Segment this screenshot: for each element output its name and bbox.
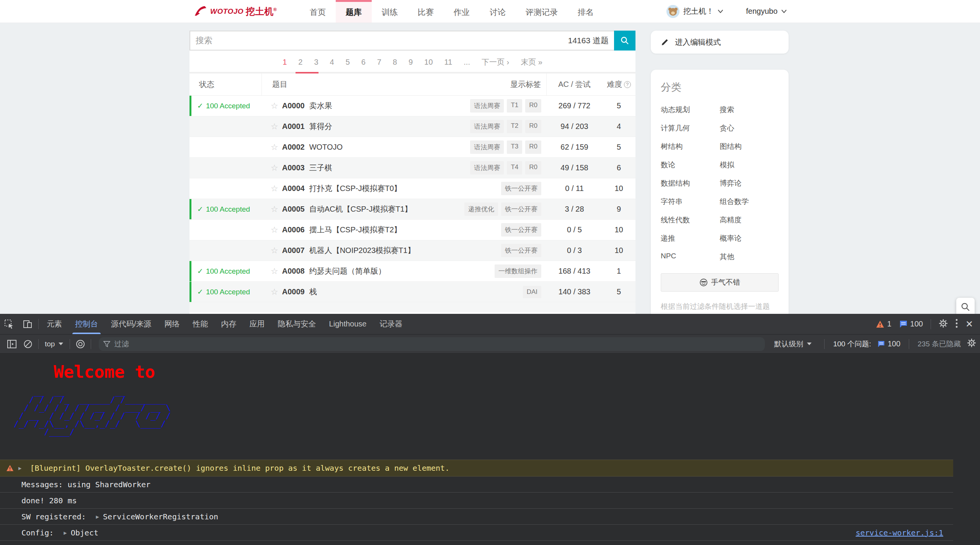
page-link[interactable]: 1	[283, 58, 287, 67]
nav-item[interactable]: 首页	[300, 0, 336, 23]
category-link[interactable]: 线性代数	[661, 215, 720, 225]
javascript-context-select[interactable]: top	[41, 340, 67, 348]
category-link[interactable]: 贪心	[720, 123, 779, 133]
tag-chip[interactable]: T1	[507, 99, 522, 113]
nav-item[interactable]: 训练	[372, 0, 408, 23]
devtools-tab[interactable]: 内存	[215, 314, 243, 334]
category-link[interactable]: 组合数学	[720, 197, 779, 207]
console-messages-badge[interactable]: 100	[899, 320, 923, 328]
floating-search-button[interactable]	[956, 298, 975, 314]
table-row[interactable]: ✓100 Accepted ☆ A0009 栈 DAI 140 / 383 5	[189, 282, 635, 302]
console-filter[interactable]	[99, 337, 765, 351]
table-row[interactable]: ☆ A0004 打扑克【CSP-J模拟赛T0】 铁一公开赛 0 / 11 10	[189, 178, 635, 199]
star-icon[interactable]: ☆	[271, 142, 278, 152]
category-link[interactable]: 动态规划	[661, 105, 720, 115]
feeling-lucky-button[interactable]: 手气不错	[661, 273, 779, 292]
devtools-tab[interactable]: 元素	[40, 314, 69, 334]
tag-chip[interactable]: R0	[525, 120, 541, 133]
star-icon[interactable]: ☆	[271, 225, 278, 235]
table-row[interactable]: ✓100 Accepted ☆ A0005 自动AC机【CSP-J模拟赛T1】 …	[189, 199, 635, 220]
tag-chip[interactable]: R0	[525, 161, 541, 175]
nav-item[interactable]: 评测记录	[516, 0, 568, 23]
console-filter-input[interactable]	[114, 340, 760, 348]
console-settings-button[interactable]	[967, 338, 976, 349]
page-link[interactable]: 4	[330, 58, 334, 67]
object-preview[interactable]: ▶Object	[64, 528, 98, 537]
devtools-tab[interactable]: 隐私与安全	[271, 314, 323, 334]
tag-chip[interactable]: R0	[525, 140, 541, 154]
table-row[interactable]: ☆ A0007 机器人【NOIP2023模拟赛T1】 铁一公开赛 0 / 3 1…	[189, 240, 635, 261]
tag-chip[interactable]: 一维数组操作	[495, 264, 541, 278]
tag-chip[interactable]: 语法周赛	[470, 99, 504, 113]
page-link[interactable]: ...	[464, 58, 470, 67]
devtools-tab[interactable]: 源代码/来源	[105, 314, 158, 334]
tag-chip[interactable]: 铁一公开赛	[501, 223, 541, 237]
nav-item[interactable]: 作业	[444, 0, 480, 23]
object-preview[interactable]: ▶ServiceWorkerRegistration	[96, 512, 218, 521]
page-link[interactable]: 5	[346, 58, 350, 67]
nav-item[interactable]: 排名	[568, 0, 604, 23]
page-link[interactable]: 2	[298, 58, 302, 67]
domain-switcher[interactable]: 挖土机！	[666, 5, 723, 18]
category-link[interactable]: 模拟	[720, 160, 779, 170]
table-row[interactable]: ☆ A0003 三子棋 语法周赛T4R0 49 / 158 6	[189, 158, 635, 178]
star-icon[interactable]: ☆	[271, 163, 278, 173]
nav-item[interactable]: 题库	[336, 0, 372, 23]
devtools-tab[interactable]: 记录器	[373, 314, 409, 334]
log-level-select[interactable]: 默认级别	[770, 339, 816, 349]
tag-chip[interactable]: 铁一公开赛	[501, 182, 541, 195]
console-sidebar-toggle[interactable]	[4, 335, 20, 353]
tag-chip[interactable]: DAI	[523, 286, 541, 298]
page-link[interactable]: 10	[424, 58, 433, 67]
star-icon[interactable]: ☆	[271, 184, 278, 194]
star-icon[interactable]: ☆	[271, 204, 278, 214]
tag-chip[interactable]: R0	[525, 99, 541, 113]
create-live-expression-button[interactable]	[72, 335, 88, 353]
clear-console-button[interactable]	[20, 335, 36, 353]
category-link[interactable]: 数论	[661, 160, 720, 170]
star-icon[interactable]: ☆	[271, 101, 278, 111]
star-icon[interactable]: ☆	[271, 287, 278, 297]
inspect-element-button[interactable]	[0, 314, 18, 334]
devtools-close-button[interactable]: ✕	[965, 319, 973, 330]
site-logo[interactable]: WOTOJO 挖土机®	[193, 0, 277, 23]
category-link[interactable]: 图结构	[720, 142, 779, 152]
category-link[interactable]: 其他	[720, 252, 779, 262]
devtools-tab[interactable]: 应用	[243, 314, 271, 334]
search-button[interactable]	[614, 31, 635, 51]
tag-chip[interactable]: T2	[507, 120, 522, 133]
category-link[interactable]: 博弈论	[720, 178, 779, 188]
page-link[interactable]: 8	[393, 58, 397, 67]
console-warnings-badge[interactable]: 1	[876, 320, 891, 328]
tag-chip[interactable]: T3	[507, 140, 522, 154]
devtools-tab[interactable]: 性能	[186, 314, 215, 334]
page-link[interactable]: 3	[314, 58, 318, 67]
table-row[interactable]: ✓100 Accepted ☆ A0000 卖水果 语法周赛T1R0 269 /…	[189, 96, 635, 116]
category-link[interactable]: 概率论	[720, 233, 779, 243]
tag-chip[interactable]: 铁一公开赛	[501, 202, 541, 216]
issues-count-badge[interactable]: 100	[877, 339, 900, 348]
devtools-menu-button[interactable]	[956, 319, 958, 330]
category-link[interactable]: 计算几何	[661, 123, 720, 133]
user-menu[interactable]: fengyubo	[746, 7, 787, 16]
table-row[interactable]: ☆ A0001 算得分 语法周赛T2R0 94 / 203 4	[189, 116, 635, 137]
tag-chip[interactable]: T4	[507, 161, 522, 175]
page-link[interactable]: 11	[444, 58, 452, 67]
tag-chip[interactable]: 语法周赛	[470, 140, 504, 154]
page-link[interactable]: 6	[361, 58, 366, 67]
page-link[interactable]: 下一页 ›	[482, 57, 509, 67]
devtools-tab[interactable]: 控制台	[69, 314, 105, 334]
tag-chip[interactable]: 递推优化	[464, 202, 498, 216]
devtools-settings-button[interactable]	[939, 319, 948, 330]
search-input[interactable]	[189, 31, 614, 51]
star-icon[interactable]: ☆	[271, 122, 278, 132]
devtools-tab[interactable]: Lighthouse	[323, 314, 373, 334]
table-row[interactable]: ☆ A0002 WOTOJO 语法周赛T3R0 62 / 159 5	[189, 137, 635, 158]
tag-chip[interactable]: 语法周赛	[470, 120, 504, 133]
show-tags-toggle[interactable]: 显示标签	[510, 79, 541, 90]
table-row[interactable]: ☆ A0006 摆上马【CSP-J模拟赛T2】 铁一公开赛 0 / 5 10	[189, 220, 635, 240]
difficulty-help-icon[interactable]: ?	[624, 81, 631, 88]
page-link[interactable]: 末页 »	[521, 57, 542, 67]
category-link[interactable]: 递推	[661, 233, 720, 243]
devtools-tab[interactable]: 网络	[158, 314, 186, 334]
